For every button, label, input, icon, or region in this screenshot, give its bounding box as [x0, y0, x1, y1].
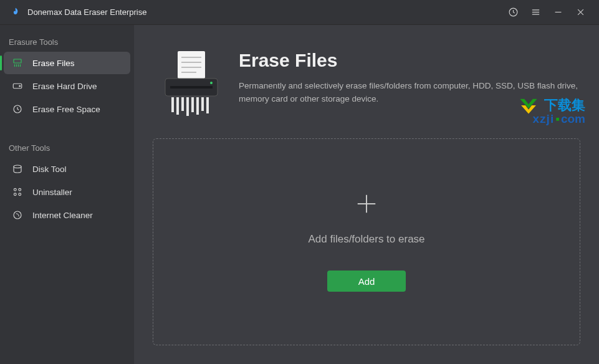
svg-point-17: [19, 188, 21, 191]
minimize-button[interactable]: [547, 1, 569, 24]
app-title: Donemax Data Eraser Enterprise: [27, 7, 146, 17]
svg-point-15: [14, 165, 21, 168]
dropzone[interactable]: Add files/folders to erase Add: [153, 138, 580, 345]
sidebar-item-erase-files[interactable]: Erase Files: [4, 52, 130, 74]
svg-point-16: [14, 188, 16, 191]
content-area: Erase Files Permanently and selectively …: [134, 25, 599, 364]
page-title: Erase Files: [239, 50, 580, 71]
sidebar: Erasure Tools Erase Files Erase Hard Dri…: [0, 25, 134, 364]
hdd-icon: [11, 80, 24, 92]
add-button[interactable]: Add: [327, 271, 406, 292]
menu-button[interactable]: [524, 1, 547, 24]
svg-rect-27: [170, 86, 213, 89]
disk-icon: [11, 163, 24, 175]
sidebar-item-label: Erase Free Space: [32, 105, 100, 114]
shredder-icon: [11, 57, 24, 69]
svg-point-18: [14, 193, 16, 196]
hero-section: Erase Files Permanently and selectively …: [153, 50, 580, 121]
apps-icon: [11, 186, 24, 198]
app-logo-icon: [10, 7, 21, 18]
history-button[interactable]: [502, 1, 524, 24]
sidebar-item-internet-cleaner[interactable]: Internet Cleaner: [4, 204, 130, 226]
section-label-other: Other Tools: [0, 140, 134, 158]
svg-point-20: [14, 211, 21, 219]
sidebar-item-label: Erase Hard Drive: [32, 82, 97, 91]
add-button-label: Add: [358, 276, 375, 287]
sidebar-item-label: Internet Cleaner: [32, 211, 93, 220]
shredder-illustration-icon: [161, 50, 221, 121]
sidebar-item-disk-tool[interactable]: Disk Tool: [4, 158, 130, 180]
plus-icon: [355, 192, 378, 218]
sidebar-item-uninstaller[interactable]: Uninstaller: [4, 181, 130, 203]
titlebar: Donemax Data Eraser Enterprise: [0, 0, 599, 25]
section-label-erasure: Erasure Tools: [0, 34, 134, 52]
sidebar-item-label: Erase Files: [32, 59, 75, 68]
close-button[interactable]: [569, 1, 592, 24]
svg-point-13: [19, 85, 21, 87]
dropzone-label: Add files/folders to erase: [308, 233, 424, 246]
page-description: Permanently and selectively erase files/…: [239, 80, 580, 106]
sweep-icon: [11, 209, 24, 221]
sidebar-item-erase-hard-drive[interactable]: Erase Hard Drive: [4, 75, 130, 97]
svg-rect-21: [178, 51, 205, 79]
sidebar-item-label: Disk Tool: [32, 165, 67, 174]
svg-rect-7: [14, 59, 21, 63]
svg-point-28: [210, 82, 213, 84]
clock-icon: [11, 103, 24, 115]
svg-point-19: [19, 193, 21, 196]
sidebar-item-label: Uninstaller: [32, 188, 72, 197]
sidebar-item-erase-free-space[interactable]: Erase Free Space: [4, 98, 130, 120]
